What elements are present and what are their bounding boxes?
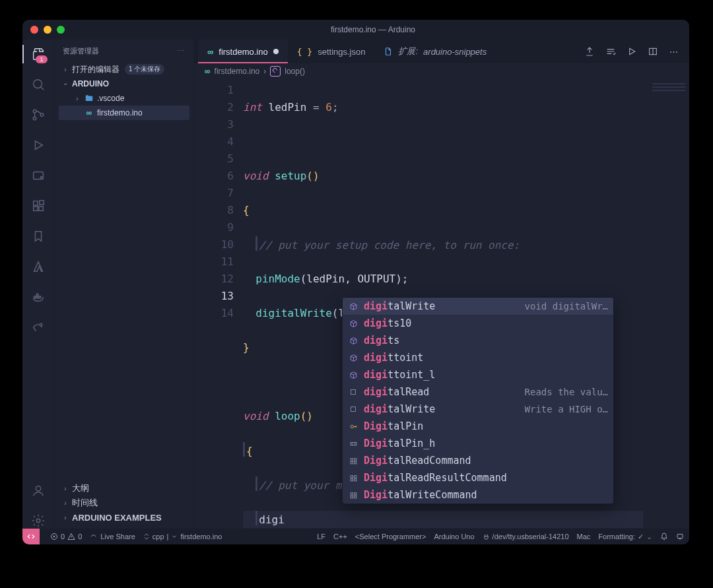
svg-rect-26 — [354, 475, 356, 477]
account-icon[interactable] — [30, 482, 46, 498]
modified-indicator-icon — [273, 49, 279, 54]
maximize-window-button[interactable] — [57, 26, 65, 34]
breadcrumb[interactable]: ∞ firstdemo.ino › loop() — [194, 63, 689, 79]
chevron-right-icon: › — [61, 514, 69, 521]
autocomplete-item[interactable]: digits — [343, 332, 613, 349]
tab-label: settings.json — [318, 47, 365, 57]
examples-label: ARDUINO EXAMPLES — [72, 513, 162, 523]
autocomplete-label: digitalRead — [364, 383, 520, 401]
arduino-file-icon: ∞ — [84, 108, 94, 118]
outline-section[interactable]: › 大纲 — [55, 481, 193, 496]
more-icon[interactable]: ⋯ — [177, 47, 186, 55]
run-debug-icon[interactable] — [30, 137, 46, 153]
autocomplete-item[interactable]: DigitalPin — [343, 418, 613, 435]
status-eol[interactable]: LF — [317, 533, 325, 540]
folder-label: .vscode — [97, 94, 124, 103]
status-port[interactable]: /dev/tty.usbserial-14210 — [483, 533, 569, 540]
crumb-file: firstdemo.ino — [215, 67, 260, 76]
editor-main: ∞ firstdemo.ino { } settings.json 扩展: ar… — [194, 40, 689, 529]
status-os[interactable]: Mac — [577, 533, 591, 540]
status-liveshare[interactable]: Live Share — [90, 533, 135, 540]
extensions-icon[interactable] — [30, 198, 46, 214]
more-icon[interactable]: ⋯ — [668, 46, 680, 57]
status-notifications-icon[interactable] — [660, 533, 668, 540]
autocomplete-item[interactable]: digitalWriteWrite a HIGH o… — [343, 401, 613, 418]
autocomplete-item[interactable]: digitalReadReads the valu… — [343, 383, 613, 401]
minimap[interactable] — [643, 79, 689, 529]
upload-icon[interactable] — [584, 46, 595, 57]
vscode-window: firstdemo.ino — Arduino 1 — [22, 20, 689, 544]
svg-rect-25 — [351, 475, 353, 477]
tab-label-prefix: 扩展: — [398, 46, 418, 57]
svg-rect-17 — [351, 390, 356, 395]
svg-rect-20 — [351, 442, 356, 445]
source-control-icon[interactable] — [30, 107, 46, 123]
autocomplete-item[interactable]: DigitalReadResultCommand — [343, 469, 613, 486]
run-icon[interactable] — [626, 46, 638, 57]
remote-icon[interactable] — [30, 168, 46, 183]
sidebar-title: 资源管理器 — [63, 46, 99, 56]
chevron-right-icon: › — [73, 95, 81, 102]
autocomplete-label: digitalWrite — [364, 298, 520, 315]
autocomplete-item[interactable]: digittoint — [343, 349, 613, 366]
status-lang-select[interactable]: cpp | firstdemo.ino — [143, 533, 222, 540]
minimize-window-button[interactable] — [44, 26, 51, 34]
tab-firstdemo[interactable]: ∞ firstdemo.ino — [198, 40, 288, 63]
editor[interactable]: 1234567 891011121314 int ledPin = 6; voi… — [194, 79, 689, 529]
docker-icon[interactable] — [30, 289, 46, 305]
timeline-section[interactable]: › 时间线 — [55, 496, 193, 510]
code-area[interactable]: int ledPin = 6; void setup() { // put yo… — [243, 79, 643, 529]
folder-vscode[interactable]: › .vscode — [59, 91, 189, 106]
autocomplete-item[interactable]: DigitalWriteCommand — [343, 486, 613, 504]
kind-icon — [348, 352, 358, 363]
kind-icon — [348, 318, 358, 329]
tab-settings[interactable]: { } settings.json — [288, 40, 375, 63]
svg-rect-31 — [351, 496, 353, 498]
close-window-button[interactable] — [30, 26, 38, 34]
settings-gear-icon[interactable] — [30, 513, 46, 529]
project-root[interactable]: › ARDUINO — [59, 77, 189, 91]
azure-icon[interactable] — [30, 259, 46, 275]
status-programmer[interactable]: <Select Programmer> — [355, 533, 426, 540]
autocomplete-item[interactable]: DigitalPin_h — [343, 435, 613, 452]
autocomplete-item[interactable]: digits10 — [343, 315, 613, 332]
open-editors-section[interactable]: › 打开的编辑器 1 个未保存 — [59, 62, 189, 77]
split-editor-icon[interactable] — [647, 46, 659, 57]
bookmark-icon[interactable] — [30, 228, 46, 244]
svg-point-3 — [40, 114, 44, 117]
sidebar-header: 资源管理器 ⋯ — [55, 40, 193, 62]
minimap-viewport — [652, 83, 685, 107]
line-gutter: 1234567 891011121314 — [194, 79, 243, 529]
autocomplete-label: digittoint — [364, 349, 608, 366]
tab-extension[interactable]: 扩展: arduino-snippets — [374, 40, 496, 63]
liveshare-icon[interactable] — [30, 319, 46, 335]
verify-icon[interactable] — [605, 46, 617, 57]
arduino-file-icon: ∞ — [205, 67, 211, 76]
sidebar-content: › 打开的编辑器 1 个未保存 › ARDUINO › .vscode — [55, 62, 193, 120]
status-board[interactable]: Arduino Uno — [434, 533, 474, 540]
json-file-icon: { } — [297, 47, 312, 57]
status-formatting[interactable]: Formatting: ✓ ⌄ — [598, 533, 652, 541]
svg-rect-29 — [351, 492, 353, 494]
svg-rect-7 — [34, 207, 38, 211]
remote-indicator-icon[interactable] — [22, 529, 40, 544]
autocomplete-label: DigitalPin_h — [364, 435, 608, 452]
svg-point-1 — [33, 110, 36, 113]
search-icon[interactable] — [30, 77, 46, 92]
arduino-examples-section[interactable]: › ARDUINO EXAMPLES — [55, 510, 193, 525]
status-feedback-icon[interactable] — [676, 533, 684, 540]
svg-rect-8 — [39, 207, 43, 211]
autocomplete-hint: Reads the valu… — [525, 383, 608, 401]
arduino-file-icon: ∞ — [207, 47, 213, 57]
explorer-icon[interactable]: 1 — [30, 46, 46, 62]
autocomplete-item[interactable]: DigitalReadCommand — [343, 452, 613, 469]
svg-rect-27 — [351, 478, 353, 480]
autocomplete-item[interactable]: digitalWritevoid digitalWr… — [343, 298, 613, 315]
autocomplete-popup[interactable]: digitalWritevoid digitalWr…digits10digit… — [342, 297, 614, 504]
autocomplete-item[interactable]: digittoint_l — [343, 366, 613, 383]
file-firstdemo[interactable]: ∞ firstdemo.ino — [59, 106, 189, 120]
svg-rect-23 — [351, 461, 353, 463]
status-language[interactable]: C++ — [333, 533, 347, 540]
status-problems[interactable]: 0 0 — [50, 533, 82, 540]
titlebar: firstdemo.ino — Arduino — [22, 20, 689, 40]
